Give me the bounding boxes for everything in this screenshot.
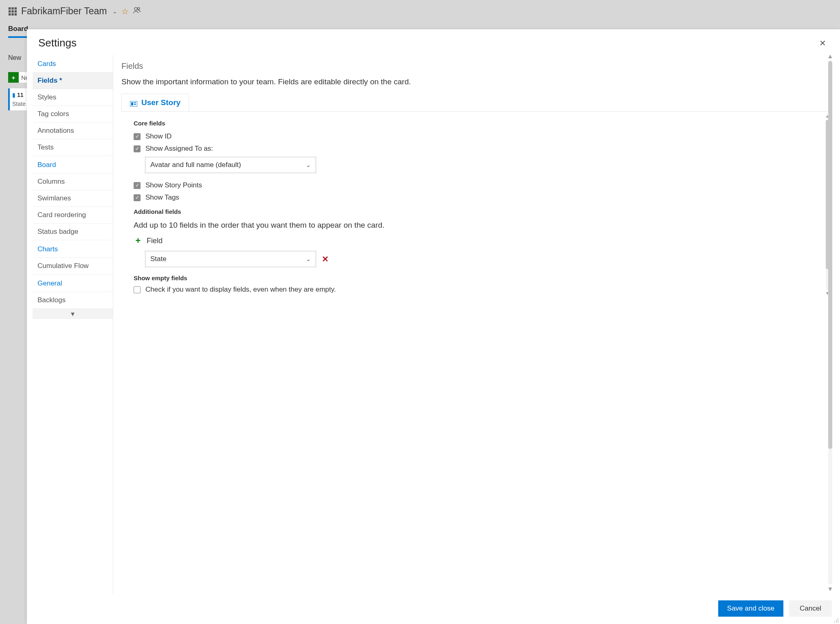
close-icon[interactable]: ✕ — [816, 37, 829, 50]
cancel-button[interactable]: Cancel — [789, 600, 832, 617]
show-tags-checkbox[interactable] — [134, 194, 141, 201]
settings-modal: Settings ✕ Cards Fields * Styles Tag col… — [27, 29, 840, 624]
team-name[interactable]: FabrikamFiber Team — [21, 6, 107, 17]
show-empty-checkbox[interactable] — [134, 286, 141, 293]
additional-fields-heading: Additional fields — [134, 208, 825, 215]
card-id: 11 — [17, 92, 24, 98]
plus-icon: + — [8, 72, 19, 83]
add-field-button[interactable]: + Field — [134, 235, 825, 246]
show-assigned-label: Show Assigned To as: — [145, 145, 213, 153]
workitem-tabs: User Story — [121, 94, 829, 112]
show-tags-label: Show Tags — [145, 193, 179, 202]
svg-rect-0 — [9, 7, 11, 9]
topbar: FabrikamFiber Team ⌄ ☆ — [0, 0, 840, 17]
people-icon[interactable] — [133, 6, 141, 16]
settings-sidebar: Cards Fields * Styles Tag colors Annotat… — [33, 55, 113, 595]
svg-rect-19 — [836, 622, 837, 622]
added-field-value: State — [150, 255, 167, 263]
svg-rect-6 — [9, 13, 11, 15]
sidebar-item-backlogs[interactable]: Backlogs — [33, 292, 113, 309]
assigned-display-select[interactable]: Avatar and full name (default) ⌄ — [145, 157, 316, 173]
sidebar-item-annotations[interactable]: Annotations — [33, 123, 113, 139]
show-story-points-checkbox[interactable] — [134, 182, 141, 189]
field-row: State ⌄ ✕ — [145, 251, 825, 267]
svg-point-10 — [138, 7, 140, 9]
tab-user-story[interactable]: User Story — [121, 94, 189, 111]
svg-rect-1 — [11, 7, 14, 9]
modal-title: Settings — [38, 37, 77, 49]
content-heading: Fields — [121, 62, 829, 71]
book-icon: ▮ — [12, 92, 15, 98]
svg-rect-20 — [834, 622, 835, 622]
sidebar-scroll-down-icon[interactable]: ▼ — [33, 309, 113, 319]
sidebar-item-styles[interactable]: Styles — [33, 89, 113, 106]
assigned-display-value: Avatar and full name (default) — [150, 161, 241, 169]
show-id-row: Show ID — [134, 132, 825, 141]
sidebar-group-charts[interactable]: Charts — [33, 240, 113, 258]
resize-grip-icon[interactable] — [833, 617, 839, 623]
scroll-down-icon[interactable]: ▼ — [827, 585, 833, 592]
modal-header: Settings ✕ — [27, 29, 840, 52]
tab-label: User Story — [141, 98, 180, 107]
sidebar-item-tag-colors[interactable]: Tag colors — [33, 106, 113, 123]
added-field-select[interactable]: State ⌄ — [145, 251, 316, 267]
svg-rect-3 — [9, 10, 11, 13]
chevron-down-icon: ⌄ — [306, 162, 311, 168]
sidebar-group-board[interactable]: Board — [33, 156, 113, 174]
grid-icon — [8, 7, 17, 16]
sidebar-group-cards[interactable]: Cards — [33, 55, 113, 73]
outer-scrollbar[interactable]: ▲ ▼ — [828, 53, 833, 592]
svg-rect-2 — [15, 7, 17, 9]
save-and-close-button[interactable]: Save and close — [718, 600, 783, 617]
show-story-points-row: Show Story Points — [134, 181, 825, 189]
modal-footer: Save and close Cancel — [27, 595, 840, 624]
show-empty-desc: Check if you want to display fields, eve… — [145, 286, 336, 294]
svg-rect-14 — [134, 104, 136, 105]
sidebar-item-swimlanes[interactable]: Swimlanes — [33, 190, 113, 207]
sidebar-group-general[interactable]: General — [33, 275, 113, 292]
svg-rect-8 — [15, 13, 17, 15]
sidebar-item-columns[interactable]: Columns — [33, 174, 113, 190]
modal-body: Cards Fields * Styles Tag colors Annotat… — [27, 52, 840, 595]
favorite-star-icon[interactable]: ☆ — [121, 7, 129, 16]
fields-panel: Core fields Show ID Show Assigned To as:… — [121, 112, 829, 298]
user-story-icon — [130, 100, 137, 105]
content-subheading: Show the important information to your t… — [121, 77, 829, 86]
sidebar-item-fields[interactable]: Fields * — [33, 73, 113, 89]
svg-rect-11 — [130, 101, 137, 107]
svg-point-9 — [135, 7, 138, 10]
settings-content: Fields Show the important information to… — [113, 53, 840, 595]
show-empty-heading: Show empty fields — [134, 275, 825, 281]
svg-rect-15 — [838, 618, 838, 619]
show-tags-row: Show Tags — [134, 193, 825, 202]
scroll-up-icon[interactable]: ▲ — [827, 53, 833, 59]
sidebar-item-status-badge[interactable]: Status badge — [33, 224, 113, 240]
scroll-thumb[interactable] — [828, 61, 832, 449]
svg-rect-13 — [134, 102, 136, 103]
add-field-label: Field — [147, 237, 163, 245]
svg-rect-12 — [131, 102, 133, 105]
card-state-label: State — [12, 101, 28, 107]
sidebar-item-card-reordering[interactable]: Card reordering — [33, 207, 113, 224]
show-story-points-label: Show Story Points — [145, 181, 202, 189]
svg-rect-18 — [838, 622, 838, 622]
show-assigned-checkbox[interactable] — [134, 145, 141, 152]
svg-rect-7 — [11, 13, 14, 15]
svg-rect-4 — [11, 10, 14, 13]
svg-rect-5 — [15, 10, 17, 13]
show-id-checkbox[interactable] — [134, 133, 141, 140]
core-fields-heading: Core fields — [134, 120, 825, 127]
sidebar-item-cumulative-flow[interactable]: Cumulative Flow — [33, 258, 113, 275]
tab-board[interactable]: Board — [8, 25, 28, 38]
show-id-label: Show ID — [145, 132, 172, 141]
chevron-down-icon[interactable]: ⌄ — [112, 8, 117, 15]
svg-rect-16 — [838, 620, 838, 621]
chevron-down-icon: ⌄ — [306, 256, 311, 262]
plus-icon: + — [134, 235, 143, 246]
show-assigned-row: Show Assigned To as: — [134, 145, 825, 153]
scroll-track[interactable] — [828, 60, 832, 584]
sidebar-item-tests[interactable]: Tests — [33, 139, 113, 156]
additional-fields-desc: Add up to 10 fields in the order that yo… — [134, 221, 825, 230]
show-empty-row: Check if you want to display fields, eve… — [134, 286, 825, 294]
remove-field-icon[interactable]: ✕ — [320, 253, 330, 266]
